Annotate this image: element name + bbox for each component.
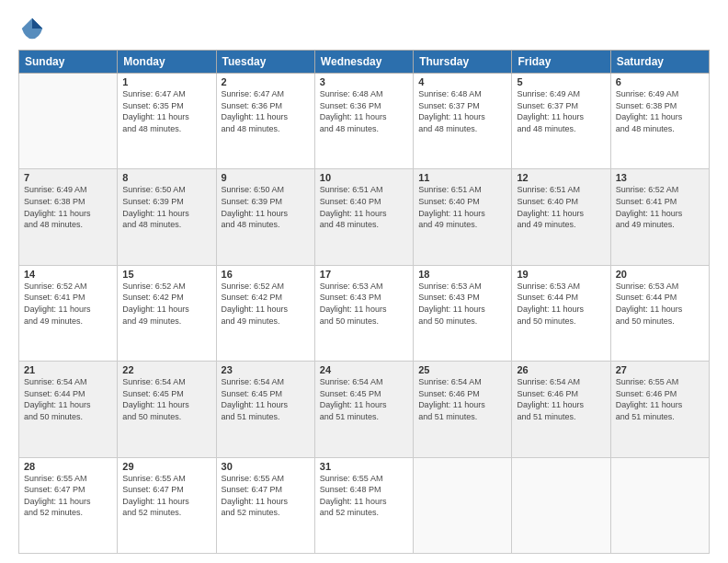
logo — [18, 15, 50, 42]
calendar-cell: 28Sunrise: 6:55 AMSunset: 6:47 PMDayligh… — [19, 457, 118, 553]
day-number: 27 — [616, 364, 704, 375]
calendar-cell: 29Sunrise: 6:55 AMSunset: 6:47 PMDayligh… — [118, 457, 216, 553]
day-number: 8 — [122, 172, 210, 183]
weekday-header-friday: Friday — [512, 51, 610, 74]
day-number: 25 — [418, 364, 506, 375]
day-detail: Sunrise: 6:54 AMSunset: 6:45 PMDaylight:… — [222, 376, 310, 422]
day-detail: Sunrise: 6:54 AMSunset: 6:46 PMDaylight:… — [517, 376, 605, 422]
logo-icon — [18, 15, 46, 42]
calendar-cell: 23Sunrise: 6:54 AMSunset: 6:45 PMDayligh… — [216, 362, 314, 457]
day-number: 4 — [418, 76, 506, 87]
day-detail: Sunrise: 6:55 AMSunset: 6:48 PMDaylight:… — [320, 473, 408, 519]
day-number: 15 — [122, 269, 210, 280]
calendar-cell: 15Sunrise: 6:52 AMSunset: 6:42 PMDayligh… — [118, 265, 216, 361]
day-detail: Sunrise: 6:54 AMSunset: 6:45 PMDaylight:… — [320, 376, 408, 422]
day-detail: Sunrise: 6:53 AMSunset: 6:44 PMDaylight:… — [517, 281, 605, 327]
weekday-header-monday: Monday — [118, 51, 216, 74]
calendar-cell: 25Sunrise: 6:54 AMSunset: 6:46 PMDayligh… — [414, 362, 512, 457]
day-detail: Sunrise: 6:52 AMSunset: 6:42 PMDaylight:… — [222, 281, 310, 327]
day-number: 26 — [517, 364, 605, 375]
day-number: 14 — [24, 269, 112, 280]
calendar-cell: 9Sunrise: 6:50 AMSunset: 6:39 PMDaylight… — [216, 169, 314, 265]
day-number: 19 — [517, 269, 605, 280]
day-detail: Sunrise: 6:52 AMSunset: 6:42 PMDaylight:… — [122, 281, 210, 327]
header — [18, 15, 710, 42]
day-number: 29 — [122, 461, 210, 472]
calendar-cell: 12Sunrise: 6:51 AMSunset: 6:40 PMDayligh… — [512, 169, 610, 265]
day-number: 13 — [616, 172, 704, 183]
calendar-cell: 22Sunrise: 6:54 AMSunset: 6:45 PMDayligh… — [118, 362, 216, 457]
day-detail: Sunrise: 6:53 AMSunset: 6:43 PMDaylight:… — [418, 281, 506, 327]
calendar-cell: 31Sunrise: 6:55 AMSunset: 6:48 PMDayligh… — [314, 457, 413, 553]
calendar-cell: 27Sunrise: 6:55 AMSunset: 6:46 PMDayligh… — [610, 362, 709, 457]
calendar-cell: 1Sunrise: 6:47 AMSunset: 6:35 PMDaylight… — [118, 74, 216, 169]
day-number: 16 — [222, 269, 310, 280]
day-number: 11 — [418, 172, 506, 183]
calendar-cell: 18Sunrise: 6:53 AMSunset: 6:43 PMDayligh… — [414, 265, 512, 361]
day-number: 2 — [222, 76, 310, 87]
weekday-header-sunday: Sunday — [19, 51, 118, 74]
day-detail: Sunrise: 6:48 AMSunset: 6:36 PMDaylight:… — [320, 88, 408, 134]
calendar-cell: 20Sunrise: 6:53 AMSunset: 6:44 PMDayligh… — [610, 265, 709, 361]
day-detail: Sunrise: 6:47 AMSunset: 6:36 PMDaylight:… — [222, 88, 310, 134]
calendar-cell: 30Sunrise: 6:55 AMSunset: 6:47 PMDayligh… — [216, 457, 314, 553]
calendar-cell: 6Sunrise: 6:49 AMSunset: 6:38 PMDaylight… — [610, 74, 709, 169]
day-number: 9 — [222, 172, 310, 183]
day-detail: Sunrise: 6:52 AMSunset: 6:41 PMDaylight:… — [616, 184, 704, 230]
calendar-cell: 10Sunrise: 6:51 AMSunset: 6:40 PMDayligh… — [314, 169, 413, 265]
day-number: 30 — [222, 461, 310, 472]
day-detail: Sunrise: 6:47 AMSunset: 6:35 PMDaylight:… — [122, 88, 210, 134]
weekday-header-thursday: Thursday — [414, 51, 512, 74]
day-number: 24 — [320, 364, 408, 375]
day-number: 10 — [320, 172, 408, 183]
calendar-cell: 2Sunrise: 6:47 AMSunset: 6:36 PMDaylight… — [216, 74, 314, 169]
day-detail: Sunrise: 6:55 AMSunset: 6:46 PMDaylight:… — [616, 376, 704, 422]
calendar-cell: 3Sunrise: 6:48 AMSunset: 6:36 PMDaylight… — [314, 74, 413, 169]
day-number: 18 — [418, 269, 506, 280]
day-detail: Sunrise: 6:50 AMSunset: 6:39 PMDaylight:… — [222, 184, 310, 230]
day-detail: Sunrise: 6:54 AMSunset: 6:46 PMDaylight:… — [418, 376, 506, 422]
day-detail: Sunrise: 6:54 AMSunset: 6:44 PMDaylight:… — [24, 376, 112, 422]
day-number: 5 — [517, 76, 605, 87]
calendar-table: SundayMondayTuesdayWednesdayThursdayFrid… — [18, 50, 710, 554]
day-detail: Sunrise: 6:51 AMSunset: 6:40 PMDaylight:… — [517, 184, 605, 230]
calendar-cell: 14Sunrise: 6:52 AMSunset: 6:41 PMDayligh… — [19, 265, 118, 361]
calendar-row-2: 14Sunrise: 6:52 AMSunset: 6:41 PMDayligh… — [19, 265, 710, 361]
day-detail: Sunrise: 6:49 AMSunset: 6:38 PMDaylight:… — [24, 184, 112, 230]
calendar-row-1: 7Sunrise: 6:49 AMSunset: 6:38 PMDaylight… — [19, 169, 710, 265]
day-number: 12 — [517, 172, 605, 183]
day-detail: Sunrise: 6:52 AMSunset: 6:41 PMDaylight:… — [24, 281, 112, 327]
weekday-header-saturday: Saturday — [610, 51, 709, 74]
day-detail: Sunrise: 6:55 AMSunset: 6:47 PMDaylight:… — [222, 473, 310, 519]
calendar-cell — [512, 457, 610, 553]
day-number: 1 — [122, 76, 210, 87]
calendar-cell: 17Sunrise: 6:53 AMSunset: 6:43 PMDayligh… — [314, 265, 413, 361]
day-detail: Sunrise: 6:55 AMSunset: 6:47 PMDaylight:… — [24, 473, 112, 519]
day-number: 23 — [222, 364, 310, 375]
calendar-cell: 11Sunrise: 6:51 AMSunset: 6:40 PMDayligh… — [414, 169, 512, 265]
calendar-cell — [414, 457, 512, 553]
calendar-cell: 26Sunrise: 6:54 AMSunset: 6:46 PMDayligh… — [512, 362, 610, 457]
weekday-header-row: SundayMondayTuesdayWednesdayThursdayFrid… — [19, 51, 710, 74]
day-detail: Sunrise: 6:51 AMSunset: 6:40 PMDaylight:… — [320, 184, 408, 230]
calendar-cell: 5Sunrise: 6:49 AMSunset: 6:37 PMDaylight… — [512, 74, 610, 169]
calendar-cell: 16Sunrise: 6:52 AMSunset: 6:42 PMDayligh… — [216, 265, 314, 361]
day-detail: Sunrise: 6:51 AMSunset: 6:40 PMDaylight:… — [418, 184, 506, 230]
calendar-cell: 7Sunrise: 6:49 AMSunset: 6:38 PMDaylight… — [19, 169, 118, 265]
calendar-cell: 19Sunrise: 6:53 AMSunset: 6:44 PMDayligh… — [512, 265, 610, 361]
day-number: 31 — [320, 461, 408, 472]
day-detail: Sunrise: 6:48 AMSunset: 6:37 PMDaylight:… — [418, 88, 506, 134]
day-detail: Sunrise: 6:54 AMSunset: 6:45 PMDaylight:… — [122, 376, 210, 422]
calendar-cell: 8Sunrise: 6:50 AMSunset: 6:39 PMDaylight… — [118, 169, 216, 265]
calendar-cell — [19, 74, 118, 169]
calendar-row-0: 1Sunrise: 6:47 AMSunset: 6:35 PMDaylight… — [19, 74, 710, 169]
day-detail: Sunrise: 6:49 AMSunset: 6:38 PMDaylight:… — [616, 88, 704, 134]
day-detail: Sunrise: 6:53 AMSunset: 6:43 PMDaylight:… — [320, 281, 408, 327]
calendar-cell: 4Sunrise: 6:48 AMSunset: 6:37 PMDaylight… — [414, 74, 512, 169]
day-number: 20 — [616, 269, 704, 280]
calendar-cell: 21Sunrise: 6:54 AMSunset: 6:44 PMDayligh… — [19, 362, 118, 457]
weekday-header-tuesday: Tuesday — [216, 51, 314, 74]
page: SundayMondayTuesdayWednesdayThursdayFrid… — [0, 0, 728, 563]
day-number: 17 — [320, 269, 408, 280]
calendar-cell — [610, 457, 709, 553]
